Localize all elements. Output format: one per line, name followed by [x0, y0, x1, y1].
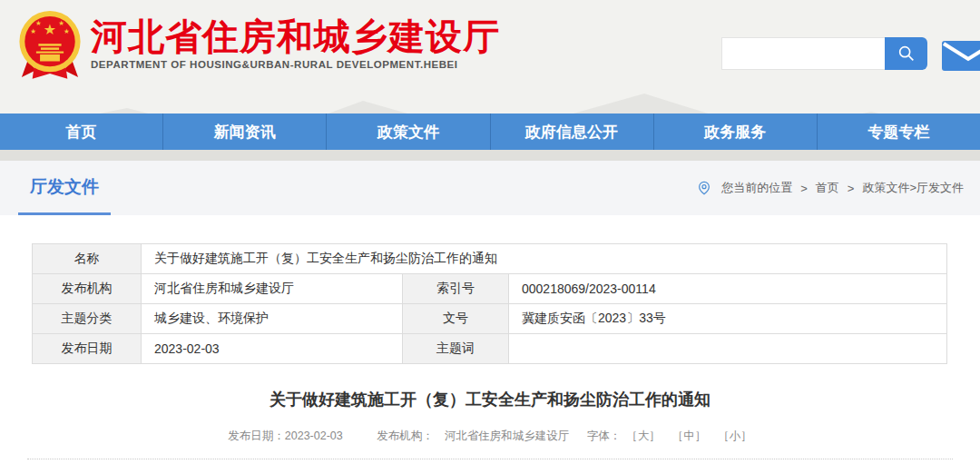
nav-item-policy[interactable]: 政策文件	[326, 114, 489, 150]
table-value-name: 关于做好建筑施工开（复）工安全生产和扬尘防治工作的通知	[142, 244, 947, 274]
breadcrumb-separator: >	[848, 182, 855, 195]
nav-item-gov-info[interactable]: 政府信息公开	[490, 114, 653, 150]
table-row: 发布机构 河北省住房和城乡建设厅 索引号 000218069/2023-0011…	[33, 274, 947, 304]
publish-date-meta: 发布日期：2023-02-03	[228, 429, 342, 442]
breadcrumb: 您当前的位置 > 首页 > 政策文件>厅发文件	[697, 161, 964, 215]
document-info-table: 名称 关于做好建筑施工开（复）工安全生产和扬尘防治工作的通知 发布机构 河北省住…	[32, 243, 947, 364]
table-label-keywords: 主题词	[403, 334, 509, 364]
nav-item-services[interactable]: 政务服务	[653, 114, 817, 150]
svg-text:★: ★	[44, 22, 56, 37]
font-size-controls: 字体：［大］［中］［小］	[587, 429, 752, 442]
search-input[interactable]	[721, 37, 885, 70]
mail-icon[interactable]	[942, 41, 980, 71]
table-value-index-number: 000218069/2023-00114	[509, 274, 947, 304]
article-meta: 发布日期：2023-02-03 发布机构：河北省住房和城乡建设厅 字体：［大］［…	[0, 429, 980, 444]
font-size-medium-button[interactable]: ［中］	[672, 429, 707, 442]
search-icon	[897, 44, 916, 64]
dotted-divider	[27, 459, 953, 459]
font-size-large-button[interactable]: ［大］	[626, 429, 661, 442]
publisher-meta: 发布机构：河北省住房和城乡建设厅	[377, 429, 569, 442]
table-value-document-number: 冀建质安函〔2023〕33号	[509, 304, 947, 334]
publisher-value: 河北省住房和城乡建设厅	[445, 429, 570, 442]
table-row: 名称 关于做好建筑施工开（复）工安全生产和扬尘防治工作的通知	[33, 244, 947, 274]
page-header: ★ ★ ★ ★ ★ 河北省住房和城乡建设厅 DEPARTMENT OF HOUS…	[0, 0, 980, 161]
table-label-index-number: 索引号	[403, 274, 509, 304]
svg-text:★: ★	[30, 27, 36, 35]
table-row: 主题分类 城乡建设、环境保护 文号 冀建质安函〔2023〕33号	[33, 304, 947, 334]
site-subtitle: DEPARTMENT OF HOUSING&URBAN-RURAL DEVELO…	[91, 59, 500, 70]
table-label-name: 名称	[33, 244, 142, 274]
table-label-publish-date: 发布日期	[33, 334, 142, 364]
main-nav: 首页 新闻资讯 政策文件 政府信息公开 政务服务 专题专栏	[0, 114, 980, 150]
search-bar	[721, 37, 927, 70]
table-value-publisher: 河北省住房和城乡建设厅	[142, 274, 403, 304]
publisher-label: 发布机构：	[377, 429, 434, 442]
section-bar: 厅发文件 您当前的位置 > 首页 > 政策文件>厅发文件	[0, 161, 980, 215]
site-title: 河北省住房和城乡建设厅	[91, 17, 500, 55]
font-size-small-button[interactable]: ［小］	[718, 429, 752, 442]
table-label-publisher: 发布机构	[33, 274, 142, 304]
table-value-topic-category: 城乡建设、环境保护	[142, 304, 403, 334]
breadcrumb-home[interactable]: 首页	[816, 180, 839, 196]
publish-date-label: 发布日期：	[228, 429, 285, 442]
svg-text:★: ★	[35, 19, 42, 27]
table-label-topic-category: 主题分类	[33, 304, 142, 334]
table-label-document-number: 文号	[403, 304, 509, 334]
breadcrumb-policy-documents[interactable]: 政策文件>厅发文件	[862, 180, 964, 196]
section-title: 厅发文件	[30, 175, 99, 199]
national-emblem-icon: ★ ★ ★ ★ ★	[12, 6, 88, 83]
font-size-label: 字体：	[587, 429, 622, 442]
breadcrumb-separator: >	[800, 182, 808, 195]
publish-date-value: 2023-02-03	[285, 429, 343, 442]
breadcrumb-location-label: 您当前的位置	[721, 180, 792, 196]
section-tab-department-documents[interactable]: 厅发文件	[18, 161, 111, 215]
location-pin-icon	[697, 181, 711, 195]
nav-item-special[interactable]: 专题专栏	[817, 114, 980, 150]
search-button[interactable]	[885, 37, 927, 70]
svg-text:★: ★	[64, 27, 70, 35]
svg-text:★: ★	[58, 19, 64, 27]
table-row: 发布日期 2023-02-03 主题词	[33, 334, 947, 364]
article-title: 关于做好建筑施工开（复）工安全生产和扬尘防治工作的通知	[0, 389, 980, 410]
site-brand: 河北省住房和城乡建设厅 DEPARTMENT OF HOUSING&URBAN-…	[91, 17, 500, 70]
nav-item-home[interactable]: 首页	[0, 114, 162, 150]
table-value-publish-date: 2023-02-03	[142, 334, 403, 364]
nav-item-news[interactable]: 新闻资讯	[162, 114, 326, 150]
table-value-keywords	[509, 334, 947, 364]
